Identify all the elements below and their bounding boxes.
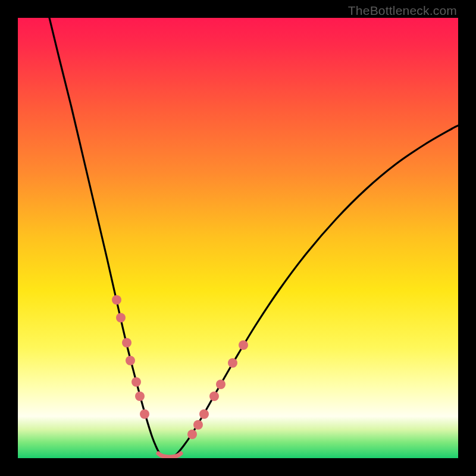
- dot-left-1: [116, 313, 126, 322]
- dot-left-5: [135, 392, 145, 401]
- series-left-curve: [49, 18, 165, 456]
- dot-left-4: [131, 377, 141, 387]
- dot-right-6: [239, 340, 248, 350]
- dot-right-1: [193, 420, 203, 430]
- plot-area: [18, 18, 458, 458]
- dot-left-6: [140, 409, 149, 419]
- chart-frame: TheBottleneck.com: [0, 0, 476, 476]
- series-right-curve: [174, 126, 458, 456]
- dot-right-0: [187, 430, 197, 439]
- dot-right-4: [216, 380, 226, 389]
- dot-right-3: [209, 392, 219, 401]
- dot-right-5: [228, 358, 237, 368]
- watermark-text: TheBottleneck.com: [348, 4, 457, 18]
- dot-left-2: [122, 338, 131, 347]
- curves-layer: [18, 18, 458, 458]
- series-bottom-arc: [158, 453, 181, 457]
- dot-right-2: [199, 409, 209, 419]
- dot-left-3: [126, 356, 135, 365]
- dot-left-0: [112, 295, 121, 305]
